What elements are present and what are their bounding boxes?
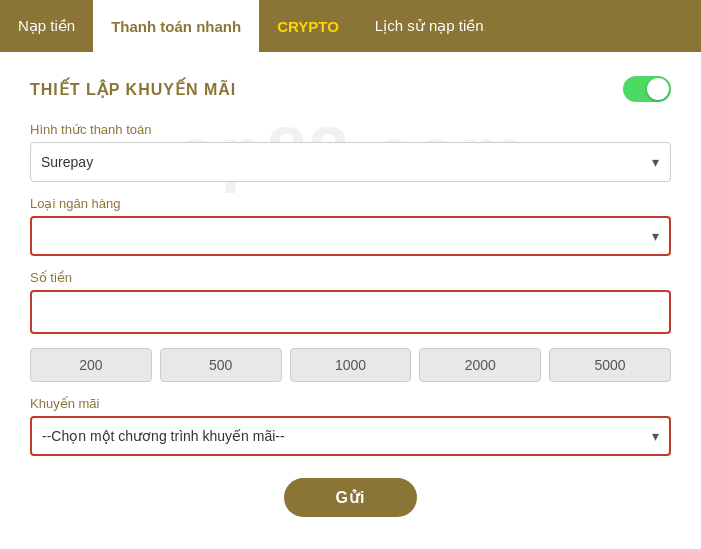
payment-method-label: Hình thức thanh toán <box>30 122 671 137</box>
amount-btn-2000[interactable]: 2000 <box>419 348 541 382</box>
amount-btn-200[interactable]: 200 <box>30 348 152 382</box>
tab-bar: Nạp tiền Thanh toán nhanh CRYPTO Lịch sử… <box>0 0 701 52</box>
amount-btn-500[interactable]: 500 <box>160 348 282 382</box>
payment-method-group: Hình thức thanh toán Surepay <box>30 122 671 182</box>
tab-crypto[interactable]: CRYPTO <box>259 0 357 52</box>
tab-naptien[interactable]: Nạp tiền <box>0 0 93 52</box>
promo-label: Khuyến mãi <box>30 396 671 411</box>
section-title: THIẾT LẬP KHUYẾN MÃI <box>30 80 236 99</box>
promo-group: Khuyến mãi --Chọn một chương trình khuyế… <box>30 396 671 456</box>
bank-type-select[interactable] <box>30 216 671 256</box>
tab-lichsu[interactable]: Lịch sử nạp tiền <box>357 0 502 52</box>
promo-toggle[interactable] <box>623 76 671 102</box>
amount-group: Số tiền <box>30 270 671 334</box>
header-row: THIẾT LẬP KHUYẾN MÃI <box>30 76 671 102</box>
submit-wrap: Gửi <box>30 478 671 517</box>
bank-type-group: Loại ngân hàng <box>30 196 671 256</box>
tab-thanhtoannhanh[interactable]: Thanh toán nhanh <box>93 0 259 52</box>
amount-input[interactable] <box>30 290 671 334</box>
bank-type-select-wrapper <box>30 216 671 256</box>
bank-type-label: Loại ngân hàng <box>30 196 671 211</box>
toggle-wrap <box>623 76 671 102</box>
amount-buttons-row: 200 500 1000 2000 5000 <box>30 348 671 382</box>
amount-btn-1000[interactable]: 1000 <box>290 348 412 382</box>
promo-select[interactable]: --Chọn một chương trình khuyến mãi-- <box>30 416 671 456</box>
main-content: op88.com THIẾT LẬP KHUYẾN MÃI Hình thức … <box>0 52 701 537</box>
payment-method-select-wrapper: Surepay <box>30 142 671 182</box>
payment-method-select[interactable]: Surepay <box>30 142 671 182</box>
amount-label: Số tiền <box>30 270 671 285</box>
amount-btn-5000[interactable]: 5000 <box>549 348 671 382</box>
promo-select-wrapper: --Chọn một chương trình khuyến mãi-- <box>30 416 671 456</box>
submit-button[interactable]: Gửi <box>284 478 418 517</box>
